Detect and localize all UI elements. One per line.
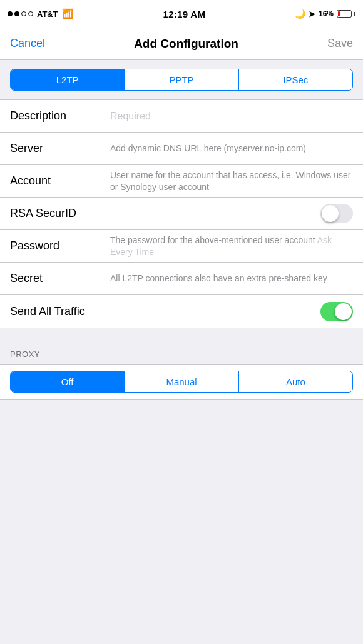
- segment-pptp[interactable]: PPTP: [125, 69, 238, 90]
- send-all-traffic-toggle[interactable]: [320, 302, 353, 321]
- signal-dot-4: [28, 11, 33, 16]
- moon-icon: 🌙: [295, 9, 305, 19]
- battery-body: [337, 10, 352, 18]
- proxy-segment-control: Off Manual Auto: [10, 371, 353, 393]
- segment-l2tp[interactable]: L2TP: [11, 69, 125, 90]
- vpn-type-segment: L2TP PPTP IPSec: [10, 69, 353, 91]
- status-right: 🌙 ➤ 16%: [295, 9, 355, 19]
- signal-dot-1: [8, 11, 13, 16]
- proxy-auto[interactable]: Auto: [239, 371, 352, 392]
- account-helper[interactable]: User name for the account that has acces…: [110, 169, 353, 193]
- signal-dots: [8, 11, 33, 16]
- rsa-toggle-thumb: [322, 205, 339, 222]
- send-all-toggle-thumb: [335, 303, 352, 320]
- signal-dot-3: [21, 11, 26, 16]
- account-row: Account User name for the account that h…: [0, 165, 363, 198]
- battery-tip: [354, 12, 355, 16]
- description-row: Description Required: [0, 100, 363, 133]
- save-button[interactable]: Save: [327, 37, 353, 50]
- send-all-toggle-track: [320, 302, 353, 321]
- battery-fill: [338, 11, 340, 16]
- send-all-traffic-row: Send All Traffic: [0, 295, 363, 328]
- proxy-segment-container: Off Manual Auto: [0, 364, 363, 400]
- secret-row: Secret All L2TP connections also have an…: [0, 263, 363, 295]
- battery-percent: 16%: [319, 9, 334, 18]
- proxy-section-header: PROXY: [0, 346, 363, 364]
- status-bar: AT&T 📶 12:19 AM 🌙 ➤ 16%: [0, 0, 363, 28]
- nav-bar: Cancel Add Configuration Save: [0, 28, 363, 60]
- description-placeholder[interactable]: Required: [110, 109, 353, 123]
- server-label: Server: [10, 142, 110, 155]
- page-title: Add Configuration: [134, 37, 238, 51]
- location-icon: ➤: [309, 9, 315, 19]
- vpn-type-segment-container: L2TP PPTP IPSec: [0, 60, 363, 99]
- server-row: Server Add dynamic DNS URL here (myserve…: [0, 133, 363, 165]
- battery-icon: [337, 10, 355, 18]
- rsa-toggle-track: [320, 204, 353, 223]
- carrier-label: AT&T: [37, 9, 58, 19]
- secret-helper[interactable]: All L2TP connections also have an extra …: [110, 273, 353, 284]
- form-group: Description Required Server Add dynamic …: [0, 99, 363, 328]
- rsa-securid-toggle[interactable]: [320, 204, 353, 223]
- description-label: Description: [10, 109, 110, 123]
- secret-label: Secret: [10, 272, 110, 285]
- rsa-securid-label: RSA SecurID: [10, 207, 110, 220]
- password-label: Password: [10, 239, 110, 253]
- wifi-icon: 📶: [62, 8, 74, 19]
- proxy-off[interactable]: Off: [11, 371, 125, 392]
- status-time: 12:19 AM: [163, 9, 205, 19]
- password-helper[interactable]: The password for the above-mentioned use…: [110, 234, 353, 258]
- segment-ipsec[interactable]: IPSec: [239, 69, 352, 90]
- server-helper[interactable]: Add dynamic DNS URL here (myserver.no-ip…: [110, 143, 353, 154]
- send-all-traffic-label: Send All Traffic: [10, 305, 110, 318]
- proxy-manual[interactable]: Manual: [125, 371, 238, 392]
- account-label: Account: [10, 174, 110, 188]
- password-row: Password The password for the above-ment…: [0, 230, 363, 263]
- cancel-button[interactable]: Cancel: [10, 37, 45, 50]
- signal-dot-2: [14, 11, 19, 16]
- rsa-securid-row: RSA SecurID: [0, 198, 363, 230]
- proxy-section: PROXY Off Manual Auto: [0, 346, 363, 400]
- status-left: AT&T 📶: [8, 8, 74, 19]
